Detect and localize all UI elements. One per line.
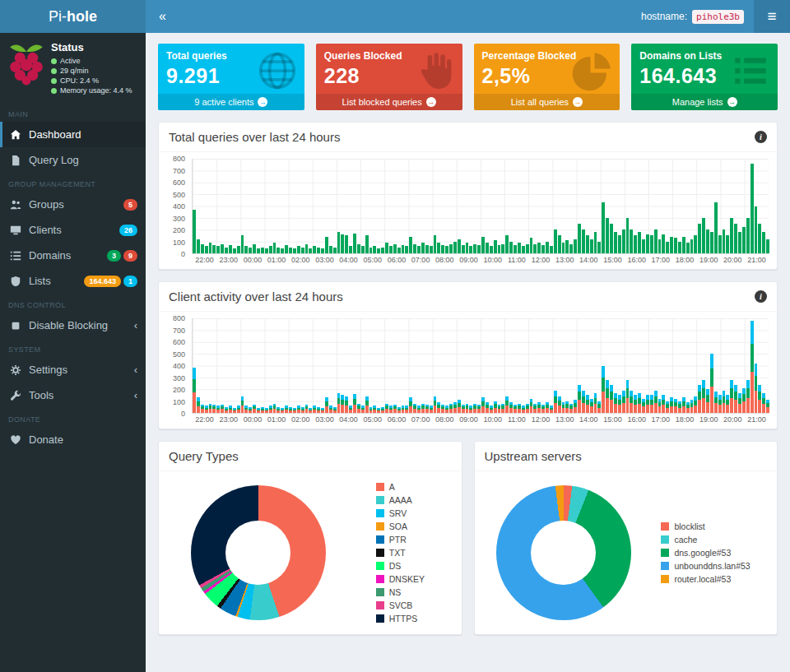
bar (225, 407, 228, 413)
legend-item[interactable]: SVCB (376, 600, 425, 610)
bar-segment (755, 376, 758, 391)
total-queries-chart[interactable]: 800700600500400300200100022:0023:0000:00… (164, 159, 769, 264)
legend-item[interactable]: TXT (376, 548, 425, 558)
upstream-servers-donut[interactable] (496, 485, 631, 620)
bar (518, 404, 521, 414)
bar-segment (421, 409, 425, 413)
bar (453, 242, 457, 253)
bar (469, 406, 472, 413)
plot-area[interactable] (192, 159, 769, 254)
bar (361, 246, 365, 253)
sidebar-item-domains[interactable]: Domains39 (0, 243, 146, 268)
bar (244, 406, 248, 413)
bar-segment (237, 410, 240, 413)
x-tick-label: 01:00 (265, 415, 289, 424)
bar (437, 402, 440, 413)
sidebar-item-disable-blocking[interactable]: Disable Blocking‹ (0, 313, 146, 338)
bar (678, 242, 681, 253)
bar (537, 402, 541, 413)
bar (698, 385, 701, 414)
sidebar-item-lists[interactable]: Lists164.6431 (0, 268, 146, 294)
bar (565, 401, 569, 413)
bar (393, 405, 397, 413)
sidebar-item-clients[interactable]: Clients26 (0, 217, 146, 243)
bar-segment (723, 396, 726, 403)
sidebar-item-donate[interactable]: Donate (0, 427, 146, 452)
client-activity-chart[interactable]: 800700600500400300200100022:0023:0000:00… (164, 318, 769, 424)
legend-item[interactable]: AAAA (376, 495, 425, 505)
legend-item[interactable]: PTR (376, 535, 425, 545)
bar (533, 404, 537, 414)
bar-segment (686, 408, 690, 413)
x-axis: 22:0023:0000:0001:0002:0003:0004:0005:00… (193, 415, 769, 424)
query-types-box-title: Query Types (169, 449, 239, 463)
bar (614, 393, 617, 413)
x-tick-label: 08:00 (433, 415, 457, 424)
bar-segment (437, 408, 440, 413)
bar (690, 239, 694, 253)
sidebar-collapse-button[interactable]: « (146, 0, 179, 33)
x-tick-label: 12:00 (528, 415, 552, 424)
bar-segment (337, 398, 341, 404)
legend-item[interactable]: HTTPS (376, 614, 425, 623)
legend-swatch (376, 588, 384, 596)
legend-item[interactable]: DNSKEY (376, 574, 425, 584)
legend-swatch (376, 496, 384, 504)
sidebar-item-dashboard[interactable]: Dashboard (0, 122, 146, 147)
bar (762, 393, 765, 413)
info-icon[interactable]: i (755, 131, 767, 143)
y-tick-label: 100 (173, 239, 185, 247)
bar-segment (710, 354, 713, 368)
card-footer-link[interactable]: Manage lists→ (631, 94, 778, 110)
bar (509, 242, 513, 253)
legend-item[interactable]: NS (376, 587, 425, 597)
legend-item[interactable]: router.local#53 (661, 574, 750, 584)
y-tick-label: 600 (173, 178, 185, 187)
legend-item[interactable]: DS (376, 561, 425, 571)
sidebar-item-groups[interactable]: Groups5 (0, 192, 146, 217)
plot-area[interactable] (192, 318, 769, 414)
card-footer-link[interactable]: 9 active clients→ (158, 94, 304, 110)
legend-item[interactable]: SRV (376, 508, 425, 518)
upstream-servers-box-body: blocklistcachedns.google#53unbounddns.la… (475, 471, 778, 634)
badge: 164.643 (84, 276, 121, 287)
top-navbar: « hostname: pihole3b ≡ (146, 0, 790, 33)
bar (590, 399, 593, 413)
bar-segment (514, 409, 517, 413)
wrench-icon (10, 390, 22, 401)
bar (345, 235, 348, 253)
sidebar-item-settings[interactable]: Settings‹ (0, 357, 146, 382)
bar (385, 404, 388, 414)
card-footer-link[interactable]: List all queries→ (474, 94, 620, 110)
legend-item[interactable]: unbounddns.lan#53 (661, 561, 750, 571)
x-tick-label: 22:00 (193, 256, 216, 264)
info-icon[interactable]: i (755, 290, 767, 303)
legend-item[interactable]: cache (661, 535, 750, 545)
bar-segment (526, 409, 529, 413)
bar-segment (193, 368, 196, 379)
bar (273, 243, 276, 253)
sidebar-item-query-log[interactable]: Query Log (0, 147, 146, 173)
bar (562, 243, 565, 253)
bar (606, 380, 609, 413)
bar-segment (329, 410, 332, 413)
bar-segment (626, 388, 630, 398)
bar (477, 245, 481, 253)
legend-item[interactable]: A (376, 482, 425, 492)
x-tick-label: 04:00 (337, 415, 360, 424)
legend-item[interactable]: blocklist (661, 521, 750, 531)
bar (537, 243, 541, 253)
query-types-donut[interactable] (191, 485, 326, 620)
brand-logo[interactable]: Pi-hole (0, 0, 146, 33)
hamburger-menu-button[interactable]: ≡ (754, 0, 790, 33)
legend-item[interactable]: SOA (376, 521, 425, 531)
bar (574, 239, 577, 253)
bar-segment (738, 404, 741, 413)
legend-item[interactable]: dns.google#53 (661, 548, 750, 558)
bar-segment (349, 410, 352, 413)
card-footer-link[interactable]: List blocked queries→ (316, 94, 462, 110)
x-tick-label: 06:00 (384, 256, 408, 264)
bar (413, 404, 416, 414)
bar-segment (249, 410, 252, 413)
sidebar-item-tools[interactable]: Tools‹ (0, 382, 146, 408)
